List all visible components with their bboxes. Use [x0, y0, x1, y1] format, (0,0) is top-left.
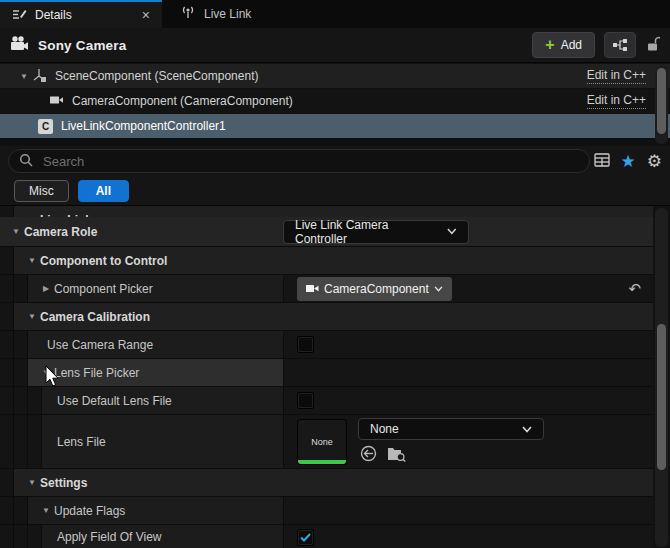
- update-flags-label: Update Flags: [54, 504, 125, 518]
- indent-gutter: [0, 525, 14, 548]
- check-icon: [300, 533, 311, 542]
- component-picker-dropdown[interactable]: CameraComponent: [297, 277, 452, 301]
- indent-gutter: [0, 415, 14, 468]
- tree-row-livelink-controller-selected[interactable]: C LiveLinkComponentController1: [0, 114, 670, 138]
- tree-scrollbar-thumb[interactable]: [657, 68, 666, 134]
- edit-blueprint-button[interactable]: [604, 32, 636, 58]
- component-icon: C: [38, 119, 53, 134]
- indent-gutter: [0, 331, 14, 358]
- apply-field-of-view-checkbox[interactable]: [297, 529, 314, 546]
- indent-gutter: [0, 206, 14, 217]
- indent-gutter: [14, 415, 28, 468]
- component-tree: ▼ SceneComponent (SceneComponent) Edit i…: [0, 63, 670, 146]
- row-component-to-control[interactable]: ▼ Component to Control: [0, 247, 653, 275]
- browse-to-asset-icon[interactable]: [387, 446, 406, 465]
- settings-label: Settings: [40, 476, 87, 490]
- camera-component-icon: [50, 94, 64, 109]
- camera-role-dropdown[interactable]: Live Link Camera Controller: [283, 220, 469, 244]
- row-apply-field-of-view: Apply Field Of View: [0, 525, 653, 548]
- tab-live-link[interactable]: Live Link: [168, 0, 263, 28]
- indent-gutter: [0, 359, 14, 386]
- indent-gutter: [28, 525, 42, 548]
- live-link-signal-icon: [180, 5, 196, 23]
- indent-gutter: [28, 387, 42, 414]
- component-to-control-label: Component to Control: [40, 254, 167, 268]
- indent-gutter: [14, 387, 28, 414]
- row-lens-file-picker: ▼ Lens File Picker: [0, 359, 653, 387]
- row-component-picker: ▶ Component Picker CameraComponent ↶: [0, 275, 653, 303]
- use-selected-asset-icon[interactable]: [360, 445, 377, 465]
- thumbnail-label: None: [311, 437, 333, 447]
- expand-arrow-icon[interactable]: ▼: [24, 478, 40, 487]
- close-tab-icon[interactable]: ×: [142, 8, 150, 22]
- edit-in-cpp-link[interactable]: Edit in C++: [587, 68, 646, 84]
- chevron-down-icon: [434, 286, 443, 292]
- row-settings[interactable]: ▼ Settings: [0, 469, 653, 497]
- indent-gutter: [0, 469, 14, 496]
- camera-icon: [306, 283, 319, 294]
- use-default-lens-file-checkbox[interactable]: [297, 392, 314, 409]
- indent-gutter: [0, 387, 14, 414]
- lens-file-dropdown[interactable]: None: [358, 418, 544, 440]
- lens-file-value: None: [370, 422, 399, 436]
- details-pencil-icon: [12, 7, 27, 24]
- indent-gutter: [14, 525, 28, 548]
- tree-item-label: LiveLinkComponentController1: [61, 119, 226, 133]
- lens-file-asset-thumbnail[interactable]: None: [297, 419, 347, 465]
- chevron-down-icon: [522, 426, 532, 433]
- indent-gutter: [0, 247, 14, 274]
- asset-type-color-bar: [298, 460, 346, 464]
- filter-misc-label: Misc: [29, 184, 54, 198]
- reset-to-default-icon[interactable]: ↶: [628, 280, 641, 298]
- tree-row-scene-component[interactable]: ▼ SceneComponent (SceneComponent) Edit i…: [0, 64, 670, 88]
- expand-arrow-icon[interactable]: ▼: [38, 368, 54, 377]
- search-input[interactable]: [41, 153, 579, 170]
- tree-item-label: SceneComponent (SceneComponent): [55, 69, 258, 83]
- unreal-details-panel: Details × Live Link Sony Camera: [0, 0, 670, 548]
- display-grid-icon[interactable]: [594, 153, 610, 170]
- add-component-button[interactable]: + Add: [532, 32, 595, 58]
- tree-scrollbar[interactable]: [655, 65, 668, 144]
- component-picker-label: Component Picker: [54, 282, 153, 296]
- details-scrollbar[interactable]: [655, 208, 668, 547]
- lens-file-label: Lens File: [57, 435, 106, 449]
- collapse-arrow-icon[interactable]: ▶: [38, 284, 54, 293]
- settings-gear-icon[interactable]: ⚙: [647, 153, 662, 170]
- expand-arrow-icon[interactable]: ▼: [8, 227, 24, 236]
- row-update-flags: ▼ Update Flags: [0, 497, 653, 525]
- favorites-star-icon[interactable]: ★: [621, 153, 636, 170]
- indent-gutter: [0, 303, 14, 330]
- search-box[interactable]: [8, 149, 590, 173]
- chevron-down-icon: [447, 228, 457, 235]
- use-camera-range-checkbox[interactable]: [297, 336, 314, 353]
- edit-in-cpp-link[interactable]: Edit in C++: [587, 93, 646, 109]
- lens-file-picker-label: Lens File Picker: [54, 366, 139, 380]
- tree-row-camera-component[interactable]: CameraComponent (CameraComponent) Edit i…: [0, 89, 670, 113]
- actor-title: Sony Camera: [38, 38, 127, 53]
- tab-bar: Details × Live Link: [0, 0, 670, 28]
- filter-misc-button[interactable]: Misc: [14, 180, 69, 202]
- row-camera-calibration[interactable]: ▼ Camera Calibration: [0, 303, 653, 331]
- category-live-link-clipped[interactable]: ▶ Live Link: [0, 206, 653, 217]
- component-picker-value: CameraComponent: [324, 282, 429, 296]
- camera-role-value: Live Link Camera Controller: [295, 218, 438, 246]
- unlock-icon[interactable]: [645, 36, 660, 55]
- camera-role-label: Camera Role: [24, 225, 97, 239]
- row-use-camera-range: Use Camera Range: [0, 331, 653, 359]
- filter-all-button[interactable]: All: [78, 180, 129, 202]
- tab-details[interactable]: Details ×: [0, 0, 162, 28]
- indent-gutter: [0, 275, 14, 302]
- expand-arrow-icon[interactable]: ▼: [24, 256, 40, 265]
- apply-field-of-view-label: Apply Field Of View: [57, 530, 162, 544]
- node-graph-icon: [612, 38, 628, 52]
- indent-gutter: [14, 275, 28, 302]
- expand-arrow-icon[interactable]: ▼: [38, 506, 54, 515]
- details-scrollbar-thumb[interactable]: [657, 324, 666, 470]
- indent-gutter: [14, 331, 28, 358]
- expand-arrow-icon[interactable]: ▼: [24, 312, 40, 321]
- expand-arrow-icon[interactable]: ▼: [16, 72, 32, 81]
- filter-row: Misc All: [0, 176, 670, 205]
- indent-gutter: [14, 497, 28, 524]
- actor-header: Sony Camera + Add: [0, 28, 670, 63]
- row-camera-role[interactable]: ▼ Camera Role Live Link Camera Controlle…: [0, 217, 653, 247]
